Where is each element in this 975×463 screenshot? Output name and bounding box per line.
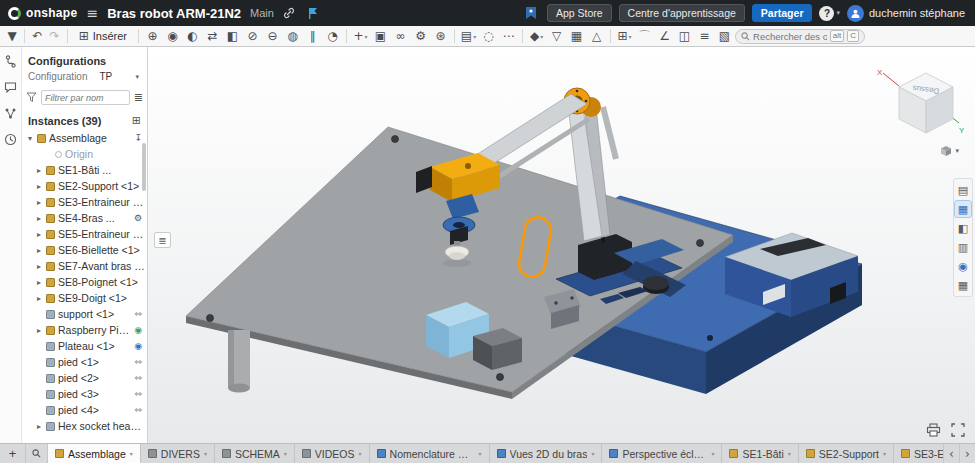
section-tool-icon[interactable]: ◧ <box>955 220 971 236</box>
insert-button[interactable]: ⊞ Insérer <box>72 27 134 46</box>
section-view-icon[interactable]: ◫ <box>675 28 694 45</box>
follow-mode-icon[interactable] <box>305 5 322 21</box>
bom-table-icon[interactable]: ▦ <box>955 277 971 293</box>
tab-nomenclature-bras-ro[interactable]: Nomenclature Bras Ro...▾ <box>370 444 490 463</box>
panel-scrollbar[interactable] <box>142 143 146 191</box>
share-button[interactable]: Partager <box>752 4 813 22</box>
graphics-viewport[interactable]: X Y Z Dessus ▾ ≣ ▤▦◧▥◉▦ <box>148 47 975 443</box>
view-menu-button[interactable]: ▾ <box>940 145 959 157</box>
measure-icon[interactable]: ∠ <box>655 28 674 45</box>
print-icon[interactable] <box>926 423 941 437</box>
feature-filter-icon[interactable]: ▼ <box>4 28 20 45</box>
instance-row[interactable]: pied <4>⇔ <box>22 402 147 418</box>
export-icon[interactable]: ▧ <box>715 28 734 45</box>
tab-se3-entraineur-bras[interactable]: SE3-Entraineur bras▾ <box>894 444 943 463</box>
tab-schema[interactable]: SCHEMA▾ <box>215 444 295 463</box>
tabs-next-button[interactable]: › <box>959 444 975 463</box>
hidden-instances-toggle[interactable]: ≣ <box>154 232 171 248</box>
tab-perspective-clat-e[interactable]: Perspective éclatée▾ <box>602 444 722 463</box>
instance-row[interactable]: ▸SE9-Doigt <1> <box>22 290 147 306</box>
instance-row[interactable]: pied <1>⇔ <box>22 354 147 370</box>
expand-caret-icon[interactable]: ▸ <box>35 182 43 191</box>
expand-caret-icon[interactable]: ▸ <box>35 166 43 175</box>
tab-divers[interactable]: DIVERS▾ <box>141 444 215 463</box>
slider-mate-icon[interactable]: ⇄ <box>203 28 222 45</box>
fastened-mate-icon[interactable]: ◉ <box>163 28 182 45</box>
named-views-icon[interactable]: ▥ <box>955 239 971 255</box>
display-options-icon[interactable]: ▤ <box>955 182 971 198</box>
instance-row[interactable]: pied <3>⇔ <box>22 386 147 402</box>
redo-icon[interactable]: ↷ <box>46 28 62 45</box>
expand-caret-icon[interactable]: ▾ <box>26 134 34 143</box>
named-positions-icon[interactable]: ▽ <box>547 28 566 45</box>
instance-row[interactable]: ▸SE6-Biellette <1> <box>22 242 147 258</box>
user-menu[interactable]: duchemin stéphane <box>847 5 965 22</box>
expand-caret-icon[interactable]: ▸ <box>35 198 43 207</box>
gray-box-part[interactable] <box>473 328 522 370</box>
expand-caret-icon[interactable]: ▸ <box>35 246 43 255</box>
comments-icon[interactable] <box>4 81 17 94</box>
expand-caret-icon[interactable]: ▸ <box>35 262 43 271</box>
instance-row[interactable]: ▸SE2-Support <1> <box>22 178 147 194</box>
tab-search-button[interactable] <box>26 444 48 463</box>
revolute-mate-icon[interactable]: ◐ <box>183 28 202 45</box>
undo-icon[interactable]: ↶ <box>29 28 45 45</box>
tool-search[interactable]: alt C <box>735 29 865 44</box>
screw-relation-icon[interactable]: ⊛ <box>431 28 450 45</box>
ball-mate-icon[interactable]: ◍ <box>283 28 302 45</box>
instance-row[interactable]: ▸SE5-Entraineur biel... <box>22 226 147 242</box>
relations-icon[interactable]: ∞ <box>391 28 410 45</box>
instance-row[interactable]: ▸SE7-Avant bras <1> <box>22 258 147 274</box>
cylindrical-mate-icon[interactable]: ⊘ <box>243 28 262 45</box>
view-cube[interactable]: X Y Z Dessus <box>869 51 969 143</box>
instance-row[interactable]: Plateau <1>◉ <box>22 338 147 354</box>
collaboration-icon[interactable] <box>4 107 17 120</box>
instance-row[interactable]: Origin <box>22 146 147 162</box>
instance-row[interactable]: ▸SE1-Bâti ... <box>22 162 147 178</box>
list-view-icon[interactable]: ≣ <box>134 91 143 104</box>
main-menu-icon[interactable]: ≡ <box>86 5 98 21</box>
fullscreen-icon[interactable] <box>951 423 965 437</box>
add-tab-button[interactable]: + <box>0 444 26 463</box>
history-icon[interactable] <box>4 133 17 146</box>
view-settings-icon[interactable]: ▦ <box>955 201 971 217</box>
gear-relation-icon[interactable]: ⚙ <box>411 28 430 45</box>
interference-icon[interactable]: ⌒ <box>635 28 654 45</box>
instance-row[interactable]: ▸SE4-Bras ...⚙ <box>22 210 147 226</box>
learning-center-button[interactable]: Centre d'apprentissage <box>619 4 745 22</box>
circular-pattern-icon[interactable]: ◌ <box>479 28 498 45</box>
parallel-mate-icon[interactable]: ∥ <box>303 28 322 45</box>
configuration-row[interactable]: Configuration TP ▾ <box>22 70 147 87</box>
expand-caret-icon[interactable]: ▸ <box>35 326 43 335</box>
tab-vues-2d-du-bras[interactable]: Vues 2D du bras▾ <box>490 444 603 463</box>
appearance-panel-icon[interactable]: ≡ <box>695 28 714 45</box>
expand-caret-icon[interactable]: ▸ <box>35 230 43 239</box>
pin-slot-mate-icon[interactable]: ⊖ <box>263 28 282 45</box>
explode-view-icon[interactable]: ◆▾ <box>527 28 546 45</box>
onshape-logo[interactable]: onshape <box>8 6 77 20</box>
linear-pattern-icon[interactable]: ▤▾ <box>459 28 478 45</box>
instance-row[interactable]: ▸Hex socket head ca... <box>22 418 147 434</box>
mate-connector-icon[interactable]: +▾ <box>351 28 370 45</box>
assembly-3d-scene[interactable] <box>148 47 975 443</box>
tab-se1-b-ti[interactable]: SE1-Bâti▾ <box>722 444 798 463</box>
help-menu[interactable]: ? ▾ <box>819 6 840 21</box>
drawing-icon[interactable]: ⊞▾ <box>615 28 634 45</box>
display-states-icon[interactable]: △ <box>587 28 606 45</box>
tabs-prev-button[interactable]: ‹ <box>943 444 959 463</box>
instance-row[interactable]: ▸Raspberry Pi 3 Mod...◉ <box>22 322 147 338</box>
insert-instance-icon[interactable]: ⊞ <box>132 114 141 127</box>
expand-caret-icon[interactable]: ▸ <box>35 422 43 431</box>
instance-row[interactable]: support <1>⇔ <box>22 306 147 322</box>
expand-caret-icon[interactable]: ▸ <box>35 278 43 287</box>
planar-mate-icon[interactable]: ◧ <box>223 28 242 45</box>
app-store-button[interactable]: App Store <box>547 4 612 22</box>
instance-row[interactable]: ▸SE3-Entraineur bra... <box>22 194 147 210</box>
group-icon[interactable]: ▣ <box>371 28 390 45</box>
tangent-mate-icon[interactable]: ◔ <box>323 28 342 45</box>
tab-se2-support[interactable]: SE2-Support▾ <box>799 444 894 463</box>
notifications-icon[interactable] <box>523 5 540 21</box>
instance-row[interactable]: ▾Assemblage↧ <box>22 130 147 146</box>
mate-icon[interactable]: ⊕ <box>143 28 162 45</box>
filter-input[interactable] <box>41 90 130 105</box>
